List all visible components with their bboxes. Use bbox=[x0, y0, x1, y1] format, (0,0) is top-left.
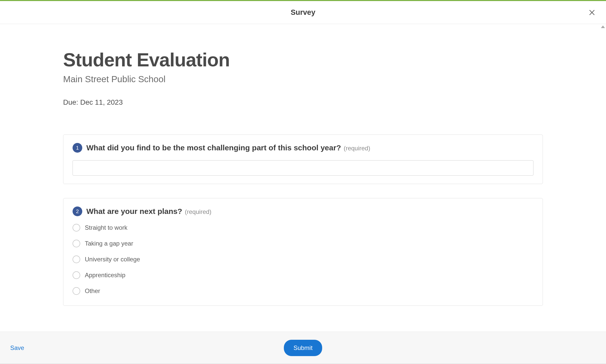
radio-label: Straight to work bbox=[85, 224, 127, 231]
footer-bar: Save Submit bbox=[0, 332, 606, 364]
modal-header: Survey bbox=[0, 1, 606, 24]
question-1-text-input[interactable] bbox=[73, 160, 533, 176]
radio-option-apprenticeship[interactable]: Apprenticeship bbox=[73, 271, 533, 279]
modal-title: Survey bbox=[291, 8, 316, 17]
question-header: 2 What are your next plans? (required) bbox=[73, 207, 533, 216]
radio-option-straight-to-work[interactable]: Straight to work bbox=[73, 224, 533, 232]
due-date: Due: Dec 11, 2023 bbox=[63, 98, 543, 106]
radio-icon bbox=[73, 224, 80, 232]
content-scroll-area[interactable]: Student Evaluation Main Street Public Sc… bbox=[0, 24, 606, 332]
close-icon bbox=[588, 9, 596, 16]
question-text: What are your next plans? bbox=[86, 207, 182, 215]
radio-icon bbox=[73, 256, 80, 263]
radio-label: University or college bbox=[85, 256, 140, 263]
radio-icon bbox=[73, 271, 80, 279]
question-card-1: 1 What did you find to be the most chall… bbox=[63, 135, 543, 184]
question-number-badge: 2 bbox=[73, 207, 82, 216]
submit-button[interactable]: Submit bbox=[284, 340, 322, 356]
radio-label: Apprenticeship bbox=[85, 272, 125, 279]
radio-icon bbox=[73, 240, 80, 247]
page-subtitle: Main Street Public School bbox=[63, 74, 543, 84]
radio-option-gap-year[interactable]: Taking a gap year bbox=[73, 240, 533, 247]
question-number-badge: 1 bbox=[73, 143, 82, 153]
question-text: What did you find to be the most challen… bbox=[86, 143, 341, 152]
question-card-2: 2 What are your next plans? (required) S… bbox=[63, 198, 543, 306]
page-title: Student Evaluation bbox=[63, 50, 543, 70]
question-header: 1 What did you find to be the most chall… bbox=[73, 143, 533, 153]
required-label: (required) bbox=[344, 145, 370, 152]
question-text-wrap: What did you find to be the most challen… bbox=[86, 143, 370, 152]
radio-icon bbox=[73, 287, 80, 295]
radio-label: Other bbox=[85, 287, 100, 295]
radio-label: Taking a gap year bbox=[85, 240, 133, 247]
required-label: (required) bbox=[185, 208, 212, 215]
radio-option-university[interactable]: University or college bbox=[73, 256, 533, 263]
scroll-up-arrow-icon bbox=[601, 26, 605, 28]
radio-option-list: Straight to work Taking a gap year Unive… bbox=[73, 224, 533, 295]
close-button[interactable] bbox=[588, 9, 596, 16]
question-text-wrap: What are your next plans? (required) bbox=[86, 207, 212, 216]
save-link[interactable]: Save bbox=[10, 344, 24, 351]
radio-option-other[interactable]: Other bbox=[73, 287, 533, 295]
content-wrapper: Student Evaluation Main Street Public Sc… bbox=[63, 50, 543, 306]
